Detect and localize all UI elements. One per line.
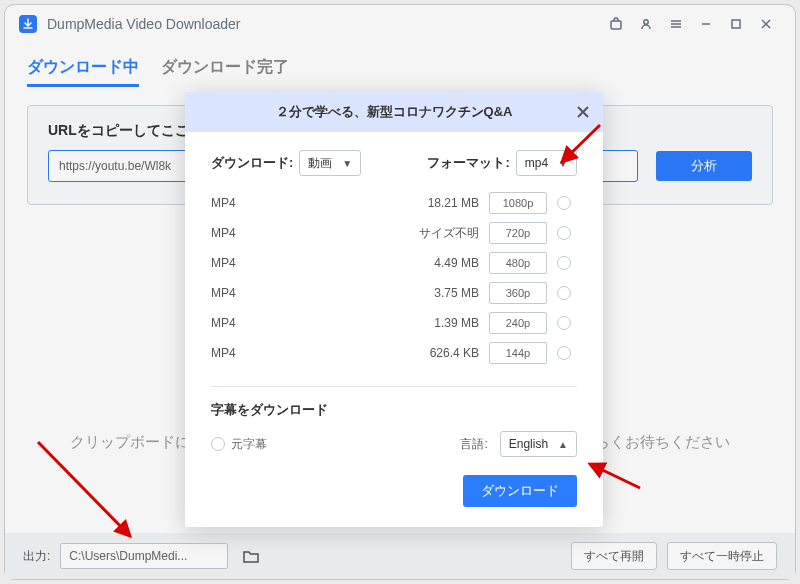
format-size: 4.49 MB: [281, 256, 479, 270]
language-label: 言語:: [460, 436, 487, 453]
radio-icon: [211, 437, 225, 451]
download-type-select[interactable]: 動画 ▼: [299, 150, 361, 176]
format-resolution: 144p: [489, 342, 547, 364]
format-type: MP4: [211, 286, 271, 300]
radio-icon[interactable]: [557, 286, 571, 300]
language-value: English: [509, 437, 548, 451]
divider: [211, 386, 577, 387]
download-button[interactable]: ダウンロード: [463, 475, 577, 507]
format-resolution: 1080p: [489, 192, 547, 214]
radio-icon[interactable]: [557, 256, 571, 270]
format-list: MP418.21 MB1080pMP4サイズ不明720pMP44.49 MB48…: [211, 188, 577, 368]
caret-down-icon: ▼: [342, 158, 352, 169]
format-size: 3.75 MB: [281, 286, 479, 300]
format-resolution: 240p: [489, 312, 547, 334]
format-size: 18.21 MB: [281, 196, 479, 210]
radio-icon[interactable]: [557, 346, 571, 360]
modal-close-button[interactable]: [571, 100, 595, 124]
format-type: MP4: [211, 316, 271, 330]
download-type-label: ダウンロード:: [211, 154, 293, 172]
format-resolution: 480p: [489, 252, 547, 274]
format-type: MP4: [211, 346, 271, 360]
format-row[interactable]: MP43.75 MB360p: [211, 278, 577, 308]
format-select[interactable]: mp4 ▼: [516, 150, 577, 176]
download-type-value: 動画: [308, 155, 332, 172]
format-type: MP4: [211, 226, 271, 240]
radio-icon[interactable]: [557, 316, 571, 330]
modal-header: ２分で学べる、新型コロナワクチンQ&A: [185, 92, 603, 132]
format-type: MP4: [211, 196, 271, 210]
format-type: MP4: [211, 256, 271, 270]
selector-row: ダウンロード: 動画 ▼ フォーマット: mp4 ▼: [211, 150, 577, 176]
subtitle-section-title: 字幕をダウンロード: [211, 401, 577, 419]
format-resolution: 360p: [489, 282, 547, 304]
format-label: フォーマット:: [427, 154, 509, 172]
radio-icon[interactable]: [557, 196, 571, 210]
format-row[interactable]: MP44.49 MB480p: [211, 248, 577, 278]
caret-down-icon: ▼: [558, 158, 568, 169]
radio-icon[interactable]: [557, 226, 571, 240]
format-value: mp4: [525, 156, 548, 170]
format-row[interactable]: MP41.39 MB240p: [211, 308, 577, 338]
format-size: 1.39 MB: [281, 316, 479, 330]
format-row[interactable]: MP418.21 MB1080p: [211, 188, 577, 218]
format-resolution: 720p: [489, 222, 547, 244]
format-size: サイズ不明: [281, 225, 479, 242]
format-modal: ２分で学べる、新型コロナワクチンQ&A ダウンロード: 動画 ▼ フォーマット:…: [185, 92, 603, 527]
language-select[interactable]: English ▲: [500, 431, 577, 457]
format-row[interactable]: MP4626.4 KB144p: [211, 338, 577, 368]
format-size: 626.4 KB: [281, 346, 479, 360]
caret-up-icon: ▲: [558, 439, 568, 450]
original-subtitle-option[interactable]: 元字幕: [211, 436, 267, 453]
format-row[interactable]: MP4サイズ不明720p: [211, 218, 577, 248]
modal-title: ２分で学べる、新型コロナワクチンQ&A: [276, 103, 513, 121]
